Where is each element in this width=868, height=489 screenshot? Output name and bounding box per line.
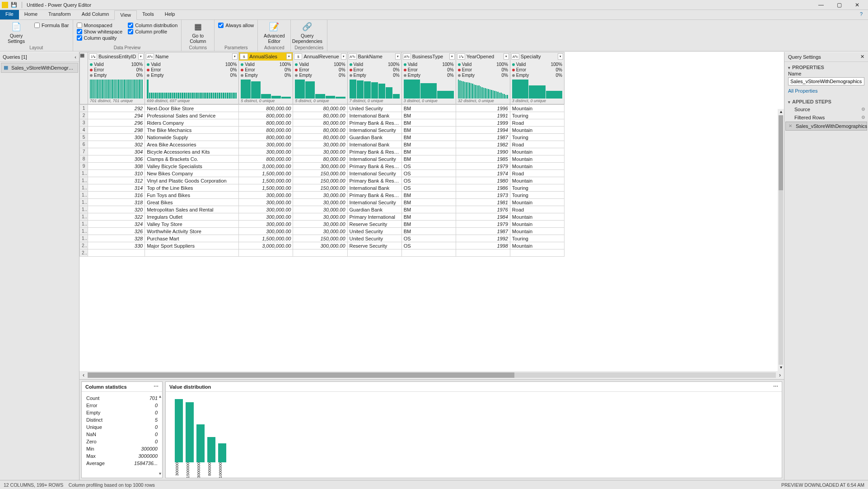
tab-add-column[interactable]: Add Column: [76, 10, 115, 19]
column-header-specialty[interactable]: AᴮcSpecialty▾: [510, 52, 564, 61]
cell[interactable]: 300,000.00: [239, 148, 293, 155]
cell[interactable]: Area Bike Accessories: [145, 141, 239, 148]
type-icon[interactable]: $: [294, 53, 302, 60]
column-header-name[interactable]: AᴮcName▾: [145, 52, 238, 61]
cell[interactable]: 330: [88, 242, 145, 249]
cell[interactable]: BM: [401, 134, 456, 141]
cell[interactable]: 322: [88, 213, 145, 221]
all-properties-link[interactable]: All Properties: [784, 87, 868, 96]
query-name-input[interactable]: [788, 77, 864, 85]
cell[interactable]: 300: [88, 134, 145, 141]
cell[interactable]: 30,000.00: [293, 221, 347, 228]
table-row[interactable]: 17324Valley Toy Store300,000.0030,000.00…: [80, 221, 565, 228]
table-row[interactable]: 9308Valley Bicycle Specialists3,000,000.…: [80, 163, 565, 170]
cell[interactable]: 326: [88, 228, 145, 235]
chk-column-quality[interactable]: Column quality: [77, 35, 123, 41]
filter-dropdown-icon[interactable]: ▾: [286, 53, 292, 60]
cell[interactable]: OS: [401, 163, 456, 170]
cell[interactable]: 30,000.00: [293, 213, 347, 221]
cell[interactable]: Top of the Line Bikes: [145, 184, 239, 192]
table-row[interactable]: 7304Bicycle Accessories and Kits300,000.…: [80, 148, 565, 155]
maximize-button[interactable]: ▢: [830, 0, 848, 10]
cell[interactable]: BM: [401, 141, 456, 148]
row-number[interactable]: 12: [80, 184, 88, 192]
cell[interactable]: OS: [401, 170, 456, 177]
tab-view[interactable]: View: [114, 10, 137, 20]
cell[interactable]: 292: [88, 105, 145, 112]
cell[interactable]: 30,000.00: [293, 148, 347, 155]
cell[interactable]: 1996: [456, 105, 510, 112]
cell[interactable]: Mountain: [510, 228, 564, 235]
cell[interactable]: International Bank: [347, 112, 401, 119]
cell[interactable]: 318: [88, 199, 145, 206]
cell[interactable]: International Security: [347, 199, 401, 206]
cell[interactable]: United Security: [347, 235, 401, 242]
chk-column-profile[interactable]: Column profile: [128, 29, 177, 34]
table-row[interactable]: 4298The Bike Mechanics800,000.0080,000.0…: [80, 127, 565, 134]
cell[interactable]: 30,000.00: [293, 199, 347, 206]
cell[interactable]: Valley Bicycle Specialists: [145, 163, 239, 170]
cell[interactable]: BM: [401, 127, 456, 134]
cell[interactable]: International Bank: [347, 184, 401, 192]
row-number[interactable]: 15: [80, 206, 88, 213]
cell[interactable]: OS: [401, 235, 456, 242]
cell[interactable]: OS: [401, 184, 456, 192]
cell[interactable]: Vinyl and Plastic Goods Corporation: [145, 177, 239, 184]
row-number[interactable]: 7: [80, 148, 88, 155]
row-number[interactable]: 3: [80, 119, 88, 127]
table-row[interactable]: 1292Next-Door Bike Store800,000.0080,000…: [80, 105, 565, 112]
cell[interactable]: Next-Door Bike Store: [145, 105, 239, 112]
row-number[interactable]: 8: [80, 155, 88, 163]
cell[interactable]: 302: [88, 141, 145, 148]
cell[interactable]: 1,500,000.00: [239, 170, 293, 177]
go-to-column-button[interactable]: ▦ Go to Column: [185, 22, 210, 44]
column-header-bankname[interactable]: AᴮcBankName▾: [348, 52, 401, 61]
cell[interactable]: 1982: [456, 141, 510, 148]
cell[interactable]: Primary Bank & Reserve: [347, 163, 401, 170]
cell[interactable]: BM: [401, 119, 456, 127]
more-icon[interactable]: ⋯: [154, 384, 159, 390]
cell[interactable]: 306: [88, 155, 145, 163]
cell[interactable]: International Security: [347, 127, 401, 134]
cell[interactable]: Road: [510, 141, 564, 148]
cell[interactable]: 312: [88, 177, 145, 184]
table-row[interactable]: 16322Irregulars Outlet300,000.0030,000.0…: [80, 213, 565, 221]
cell[interactable]: Touring: [510, 184, 564, 192]
row-number[interactable]: 6: [80, 141, 88, 148]
applied-step[interactable]: ✕Sales_vStoreWithDemographics: [785, 122, 867, 131]
cell[interactable]: 150,000.00: [293, 170, 347, 177]
cell[interactable]: [145, 249, 239, 257]
cell[interactable]: Bicycle Accessories and Kits: [145, 148, 239, 155]
cell[interactable]: 1998: [456, 242, 510, 249]
cell[interactable]: BM: [401, 192, 456, 199]
tab-help[interactable]: Help: [159, 10, 181, 19]
cell[interactable]: 1980: [456, 177, 510, 184]
scroll-left-icon[interactable]: ‹: [79, 372, 88, 378]
tab-home[interactable]: Home: [19, 10, 43, 19]
cell[interactable]: BM: [401, 221, 456, 228]
table-row[interactable]: 13316Fun Toys and Bikes300,000.0030,000.…: [80, 192, 565, 199]
cell[interactable]: 30,000.00: [293, 206, 347, 213]
type-icon[interactable]: Aᴮc: [146, 53, 154, 60]
cell[interactable]: Primary International: [347, 213, 401, 221]
row-number[interactable]: 9: [80, 163, 88, 170]
cell[interactable]: 1979: [456, 221, 510, 228]
delete-step-icon[interactable]: ✕: [789, 123, 792, 128]
cell[interactable]: 328: [88, 235, 145, 242]
cell[interactable]: Nationwide Supply: [145, 134, 239, 141]
cell[interactable]: [347, 249, 401, 257]
table-row[interactable]: 14318Great Bikes 300,000.0030,000.00Inte…: [80, 199, 565, 206]
row-number[interactable]: 16: [80, 213, 88, 221]
filter-dropdown-icon[interactable]: ▾: [504, 53, 509, 60]
cell[interactable]: BM: [401, 228, 456, 235]
cell[interactable]: 1992: [456, 235, 510, 242]
cell[interactable]: 1973: [456, 192, 510, 199]
filter-dropdown-icon[interactable]: ▾: [449, 53, 455, 60]
cell[interactable]: 1,500,000.00: [239, 184, 293, 192]
cell[interactable]: 800,000.00: [239, 119, 293, 127]
cell[interactable]: Road: [510, 206, 564, 213]
cell[interactable]: [239, 249, 293, 257]
cell[interactable]: OS: [401, 242, 456, 249]
vertical-scrollbar[interactable]: ▴ ▾: [778, 109, 784, 371]
cell[interactable]: Riders Company: [145, 119, 239, 127]
